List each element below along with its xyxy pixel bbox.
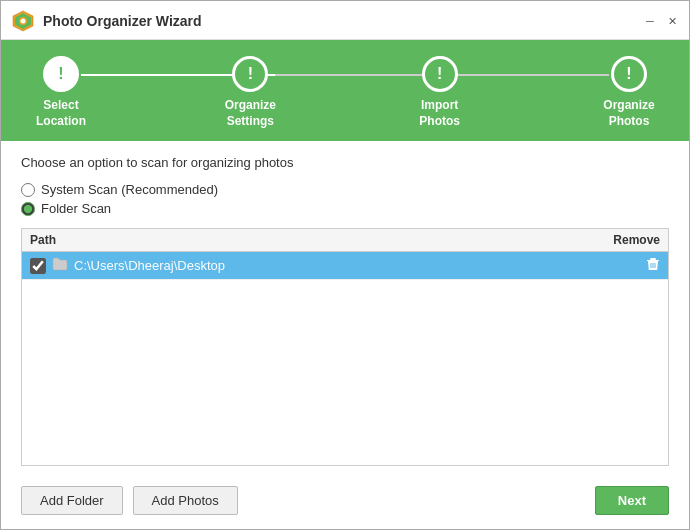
- add-folder-button[interactable]: Add Folder: [21, 486, 123, 515]
- step-circle-1: !: [43, 56, 79, 92]
- step-circle-4: !: [611, 56, 647, 92]
- step-icon-4: !: [626, 65, 631, 83]
- svg-point-3: [21, 19, 26, 24]
- table-row[interactable]: C:\Users\Dheeraj\Desktop: [22, 252, 668, 280]
- table-body: C:\Users\Dheeraj\Desktop: [22, 252, 668, 465]
- step-organize-photos[interactable]: ! OrganizePhotos: [589, 56, 669, 129]
- title-bar-controls: ─ ✕: [643, 14, 679, 28]
- title-bar: Photo Organizer Wizard ─ ✕: [1, 1, 689, 40]
- delete-row-button[interactable]: [590, 257, 660, 274]
- svg-rect-5: [650, 258, 656, 260]
- step-label-1: SelectLocation: [36, 98, 86, 129]
- column-header-remove: Remove: [590, 233, 660, 247]
- svg-rect-4: [647, 260, 659, 261]
- close-button[interactable]: ✕: [665, 14, 679, 28]
- table-header: Path Remove: [22, 229, 668, 252]
- radio-folder-scan-label: Folder Scan: [41, 201, 111, 216]
- step-label-3: ImportPhotos: [419, 98, 460, 129]
- step-icon-1: !: [58, 65, 63, 83]
- window-title: Photo Organizer Wizard: [43, 13, 202, 29]
- content-area: Choose an option to scan for organizing …: [1, 141, 689, 476]
- radio-system-scan-label: System Scan (Recommended): [41, 182, 218, 197]
- step-icon-2: !: [248, 65, 253, 83]
- wizard-steps: ! SelectLocation ! OrganizeSettings ! Im…: [21, 56, 669, 129]
- radio-system-scan-input[interactable]: [21, 183, 35, 197]
- step-organize-settings[interactable]: ! OrganizeSettings: [210, 56, 290, 129]
- column-header-path: Path: [30, 233, 590, 247]
- footer-left-buttons: Add Folder Add Photos: [21, 486, 238, 515]
- footer: Add Folder Add Photos Next: [1, 476, 689, 529]
- wizard-header: ! SelectLocation ! OrganizeSettings ! Im…: [1, 40, 689, 141]
- app-icon: [11, 9, 35, 33]
- step-import-photos[interactable]: ! ImportPhotos: [400, 56, 480, 129]
- title-bar-left: Photo Organizer Wizard: [11, 9, 202, 33]
- radio-folder-scan-input[interactable]: [21, 202, 35, 216]
- row-checkbox[interactable]: [30, 258, 46, 274]
- step-circle-3: !: [422, 56, 458, 92]
- step-circle-2: !: [232, 56, 268, 92]
- step-label-2: OrganizeSettings: [225, 98, 276, 129]
- step-select-location[interactable]: ! SelectLocation: [21, 56, 101, 129]
- folder-table: Path Remove C:\Users\Dheeraj\Desktop: [21, 228, 669, 466]
- next-button[interactable]: Next: [595, 486, 669, 515]
- radio-group: System Scan (Recommended) Folder Scan: [21, 182, 669, 216]
- radio-folder-scan[interactable]: Folder Scan: [21, 201, 669, 216]
- row-path: C:\Users\Dheeraj\Desktop: [74, 258, 590, 273]
- main-window: Photo Organizer Wizard ─ ✕ ! SelectLocat…: [0, 0, 690, 530]
- step-icon-3: !: [437, 65, 442, 83]
- minimize-button[interactable]: ─: [643, 14, 657, 28]
- folder-icon: [52, 257, 68, 274]
- step-label-4: OrganizePhotos: [603, 98, 654, 129]
- add-photos-button[interactable]: Add Photos: [133, 486, 238, 515]
- instruction-text: Choose an option to scan for organizing …: [21, 155, 669, 170]
- radio-system-scan[interactable]: System Scan (Recommended): [21, 182, 669, 197]
